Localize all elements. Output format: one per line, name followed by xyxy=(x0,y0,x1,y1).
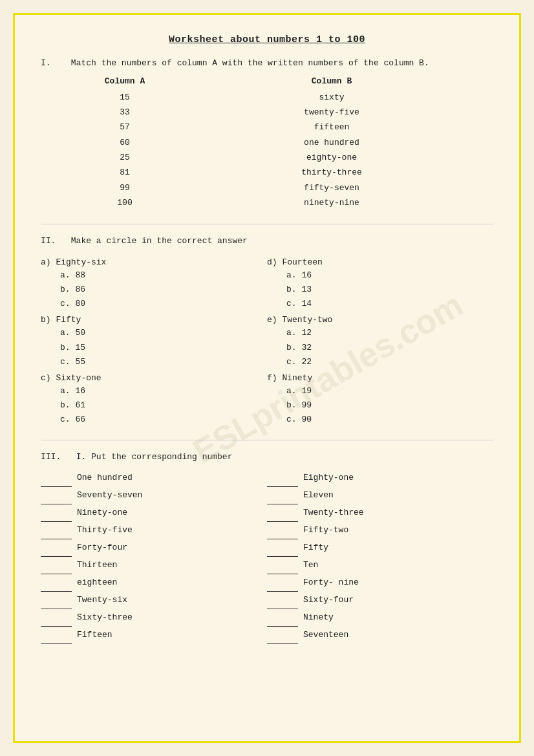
col-a-items: 15335760258199100 xyxy=(60,90,189,211)
fill-label: Sixty-three xyxy=(77,609,133,626)
section-1: I. Match the numbers of column A with th… xyxy=(41,57,493,211)
fill-item: Ten xyxy=(267,557,493,574)
fill-label: Fifty xyxy=(303,539,328,556)
mc-option: a. 88 xyxy=(60,268,267,283)
fill-item: Fifteen xyxy=(41,627,267,644)
blank-line xyxy=(41,557,72,574)
mc-option: c. 55 xyxy=(60,355,267,369)
col-a-item: 25 xyxy=(60,150,189,165)
mc-option: c. 14 xyxy=(286,297,493,311)
fill-label: Eleven xyxy=(303,487,334,504)
blank-line xyxy=(41,487,72,504)
fill-label: Seventeen xyxy=(303,627,348,643)
mc-option: a. 19 xyxy=(286,384,493,398)
blank-line xyxy=(267,609,298,627)
blank-line xyxy=(267,574,298,592)
col-b-items: sixtytwenty-fivefifteenone hundredeighty… xyxy=(267,90,396,211)
fill-label: Seventy-seven xyxy=(77,487,142,504)
blank-line xyxy=(267,627,298,644)
mc-option: a. 16 xyxy=(286,268,493,283)
col-a-header: Column A xyxy=(60,76,189,86)
mc-option: a. 50 xyxy=(60,326,267,340)
blank-line xyxy=(267,504,298,522)
fill-label: eighteen xyxy=(77,574,117,591)
col-b-item: thirty-three xyxy=(267,165,396,180)
fill-label: Twenty-six xyxy=(77,592,127,609)
fill-left: One hundred Seventy-seven Ninety-one Thi… xyxy=(41,470,267,644)
columns-container: Column A 15335760258199100 Column B sixt… xyxy=(60,76,493,211)
fill-label: Ten xyxy=(303,557,318,574)
fill-item: Twenty-three xyxy=(267,504,493,522)
mc-question: c) Sixty-one xyxy=(41,373,267,383)
section3-instruction: III. I. Put the corresponding number xyxy=(41,451,493,464)
fill-item: Twenty-six xyxy=(41,592,267,609)
fill-item: Ninety xyxy=(267,609,493,627)
blank-line xyxy=(41,592,72,609)
col-b-item: eighty-one xyxy=(267,150,396,165)
col-a-item: 81 xyxy=(60,165,189,180)
fill-item: Seventy-seven xyxy=(41,487,267,504)
mc-option: b. 15 xyxy=(60,341,267,355)
fill-item: Sixty-three xyxy=(41,609,267,627)
mc-option: a. 12 xyxy=(286,326,493,340)
fill-label: Thirty-five xyxy=(77,522,133,539)
blank-line xyxy=(41,627,72,644)
col-b-item: one hundred xyxy=(267,135,396,150)
fill-item: Ninety-one xyxy=(41,504,267,522)
fill-item: Sixty-four xyxy=(267,592,493,609)
blank-line xyxy=(41,522,72,539)
blank-line xyxy=(41,539,72,557)
col-a-item: 60 xyxy=(60,135,189,150)
mc-question: e) Twenty-two xyxy=(267,315,493,325)
col-a-item: 15 xyxy=(60,90,189,105)
fill-item: Fifty-two xyxy=(267,522,493,539)
mc-option: c. 80 xyxy=(60,297,267,311)
mc-wrapper: a) Eighty-sixa. 88b. 86c. 80b) Fiftya. 5… xyxy=(41,254,493,427)
fill-label: Twenty-three xyxy=(303,504,364,521)
fill-item: Eighty-one xyxy=(267,470,493,487)
blank-line xyxy=(267,557,298,574)
mc-option: b. 61 xyxy=(60,398,267,413)
mc-option: c. 66 xyxy=(60,413,267,427)
col-b-item: fifty-seven xyxy=(267,180,396,195)
fill-label: One hundred xyxy=(77,470,133,486)
fill-label: Forty- nine xyxy=(303,574,359,591)
blank-line xyxy=(267,470,298,487)
blank-line xyxy=(41,609,72,627)
mc-left: a) Eighty-sixa. 88b. 86c. 80b) Fiftya. 5… xyxy=(41,254,267,427)
fill-item: eighteen xyxy=(41,574,267,592)
mc-option: b. 32 xyxy=(286,341,493,355)
col-a-item: 57 xyxy=(60,120,189,135)
mc-question: d) Fourteen xyxy=(267,257,493,267)
col-b-item: sixty xyxy=(267,90,396,105)
fill-label: Fifteen xyxy=(77,627,112,643)
blank-line xyxy=(41,574,72,592)
mc-option: c. 90 xyxy=(286,413,493,427)
col-b-header: Column B xyxy=(267,76,396,86)
fill-item: One hundred xyxy=(41,470,267,487)
mc-option: c. 22 xyxy=(286,355,493,369)
fill-item: Fifty xyxy=(267,539,493,557)
worksheet-page: ESLprintables.com Worksheet about number… xyxy=(13,13,521,743)
mc-option: b. 99 xyxy=(286,398,493,413)
col-b-item: ninety-nine xyxy=(267,195,396,210)
col-b-item: fifteen xyxy=(267,120,396,135)
section2-instruction: II. Make a circle in the correct answer xyxy=(41,235,493,248)
mc-option: b. 86 xyxy=(60,283,267,297)
col-a-item: 99 xyxy=(60,180,189,195)
blank-line xyxy=(267,592,298,609)
page-title: Worksheet about numbers 1 to 100 xyxy=(41,34,493,45)
section-2: II. Make a circle in the correct answer … xyxy=(41,235,493,427)
blank-line xyxy=(41,504,72,522)
blank-line xyxy=(267,539,298,557)
mc-option: a. 16 xyxy=(60,384,267,398)
blank-line xyxy=(41,470,72,487)
fill-wrapper: One hundred Seventy-seven Ninety-one Thi… xyxy=(41,470,493,644)
fill-label: Forty-four xyxy=(77,539,127,556)
fill-label: Fifty-two xyxy=(303,522,348,539)
section1-instruction: I. Match the numbers of column A with th… xyxy=(41,57,493,70)
blank-line xyxy=(267,522,298,539)
fill-right: Eighty-one Eleven Twenty-three Fifty-two… xyxy=(267,470,493,644)
mc-option: b. 13 xyxy=(286,283,493,297)
fill-label: Sixty-four xyxy=(303,592,354,609)
